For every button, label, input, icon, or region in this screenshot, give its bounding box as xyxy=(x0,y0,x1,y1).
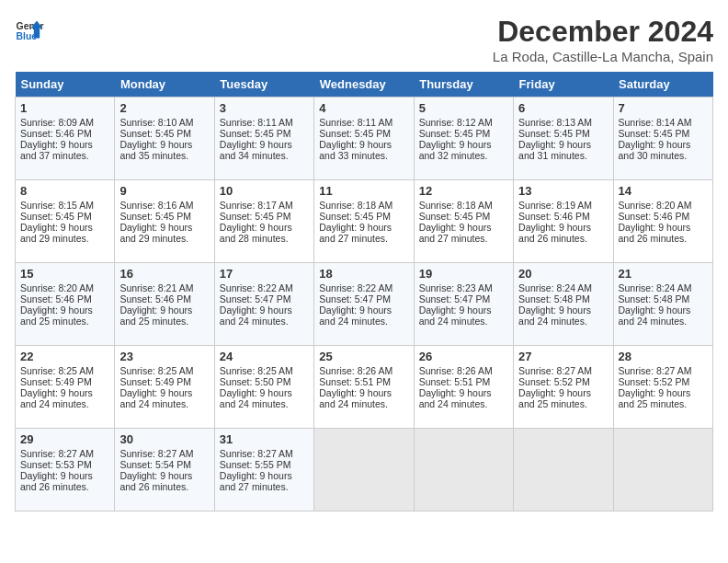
daylight-18: Daylight: 9 hours and 24 minutes. xyxy=(319,304,392,327)
day-cell-19: 19 Sunrise: 8:23 AM Sunset: 5:47 PM Dayl… xyxy=(414,263,513,346)
col-monday: Monday xyxy=(115,72,214,98)
day-number-18: 18 xyxy=(319,267,408,281)
sunrise-30: Sunrise: 8:27 AM xyxy=(119,448,193,459)
sunrise-25: Sunrise: 8:26 AM xyxy=(319,365,392,376)
day-cell-29: 29 Sunrise: 8:27 AM Sunset: 5:53 PM Dayl… xyxy=(16,429,115,511)
sunset-11: Sunset: 5:45 PM xyxy=(319,211,391,222)
sunset-19: Sunset: 5:47 PM xyxy=(419,293,491,304)
daylight-16: Daylight: 9 hours and 25 minutes. xyxy=(119,304,192,327)
daylight-5: Daylight: 9 hours and 32 minutes. xyxy=(419,139,492,161)
calendar-header-row: Sunday Monday Tuesday Wednesday Thursday… xyxy=(16,72,713,98)
sunrise-1: Sunrise: 8:09 AM xyxy=(20,117,94,128)
day-number-13: 13 xyxy=(518,184,608,198)
sunset-22: Sunset: 5:49 PM xyxy=(20,376,92,387)
day-cell-9: 9 Sunrise: 8:16 AM Sunset: 5:45 PM Dayli… xyxy=(115,180,214,263)
day-number-3: 3 xyxy=(220,101,309,115)
daylight-26: Daylight: 9 hours and 24 minutes. xyxy=(419,387,492,409)
col-wednesday: Wednesday xyxy=(314,72,414,98)
day-number-14: 14 xyxy=(619,184,708,198)
daylight-29: Daylight: 9 hours and 26 minutes. xyxy=(20,470,93,492)
logo-icon: General Blue xyxy=(15,15,44,44)
daylight-14: Daylight: 9 hours and 26 minutes. xyxy=(619,222,691,244)
sunset-14: Sunset: 5:46 PM xyxy=(619,211,690,222)
col-friday: Friday xyxy=(514,72,613,98)
day-cell-10: 10 Sunrise: 8:17 AM Sunset: 5:45 PM Dayl… xyxy=(214,180,313,263)
day-number-30: 30 xyxy=(119,432,209,446)
sunrise-15: Sunrise: 8:20 AM xyxy=(20,282,94,293)
daylight-21: Daylight: 9 hours and 24 minutes. xyxy=(619,304,691,327)
sunrise-3: Sunrise: 8:11 AM xyxy=(220,117,293,128)
day-number-1: 1 xyxy=(20,101,109,115)
daylight-6: Daylight: 9 hours and 31 minutes. xyxy=(518,139,591,161)
day-number-10: 10 xyxy=(220,184,309,198)
col-tuesday: Tuesday xyxy=(214,72,313,98)
sunrise-6: Sunrise: 8:13 AM xyxy=(518,117,592,128)
sunset-17: Sunset: 5:47 PM xyxy=(220,293,291,304)
day-cell-16: 16 Sunrise: 8:21 AM Sunset: 5:46 PM Dayl… xyxy=(115,263,214,346)
day-cell-6: 6 Sunrise: 8:13 AM Sunset: 5:45 PM Dayli… xyxy=(514,98,613,180)
sunrise-10: Sunrise: 8:17 AM xyxy=(220,200,293,211)
day-cell-2: 2 Sunrise: 8:10 AM Sunset: 5:45 PM Dayli… xyxy=(115,98,214,180)
day-cell-5: 5 Sunrise: 8:12 AM Sunset: 5:45 PM Dayli… xyxy=(414,98,513,180)
daylight-22: Daylight: 9 hours and 24 minutes. xyxy=(20,387,93,409)
sunset-24: Sunset: 5:50 PM xyxy=(220,376,291,387)
sunrise-20: Sunrise: 8:24 AM xyxy=(518,282,592,293)
day-cell-26: 26 Sunrise: 8:26 AM Sunset: 5:51 PM Dayl… xyxy=(414,346,513,429)
sunrise-17: Sunrise: 8:22 AM xyxy=(220,282,293,293)
day-cell-7: 7 Sunrise: 8:14 AM Sunset: 5:45 PM Dayli… xyxy=(613,98,712,180)
day-cell-13: 13 Sunrise: 8:19 AM Sunset: 5:46 PM Dayl… xyxy=(514,180,613,263)
logo: General Blue xyxy=(15,15,44,44)
sunset-9: Sunset: 5:45 PM xyxy=(119,211,191,222)
day-number-11: 11 xyxy=(319,184,408,198)
day-cell-23: 23 Sunrise: 8:25 AM Sunset: 5:49 PM Dayl… xyxy=(115,346,214,429)
sunset-10: Sunset: 5:45 PM xyxy=(220,211,291,222)
empty-cell xyxy=(414,429,513,511)
sunrise-27: Sunrise: 8:27 AM xyxy=(518,365,592,376)
sunrise-11: Sunrise: 8:18 AM xyxy=(319,200,392,211)
day-cell-14: 14 Sunrise: 8:20 AM Sunset: 5:46 PM Dayl… xyxy=(613,180,712,263)
daylight-12: Daylight: 9 hours and 27 minutes. xyxy=(419,222,492,244)
col-thursday: Thursday xyxy=(414,72,513,98)
day-cell-15: 15 Sunrise: 8:20 AM Sunset: 5:46 PM Dayl… xyxy=(16,263,115,346)
day-number-6: 6 xyxy=(518,101,608,115)
daylight-30: Daylight: 9 hours and 26 minutes. xyxy=(119,470,192,492)
day-number-16: 16 xyxy=(119,267,209,281)
sunset-8: Sunset: 5:45 PM xyxy=(20,211,92,222)
daylight-25: Daylight: 9 hours and 24 minutes. xyxy=(319,387,392,409)
day-number-25: 25 xyxy=(319,350,408,363)
sunset-27: Sunset: 5:52 PM xyxy=(518,376,590,387)
sunset-2: Sunset: 5:45 PM xyxy=(119,128,191,139)
sunset-7: Sunset: 5:45 PM xyxy=(619,128,690,139)
sunset-16: Sunset: 5:46 PM xyxy=(119,293,191,304)
day-number-21: 21 xyxy=(619,267,708,281)
sunset-13: Sunset: 5:46 PM xyxy=(518,211,590,222)
sunset-21: Sunset: 5:48 PM xyxy=(619,293,690,304)
sunset-31: Sunset: 5:55 PM xyxy=(220,459,291,470)
sunset-30: Sunset: 5:54 PM xyxy=(119,459,191,470)
daylight-3: Daylight: 9 hours and 34 minutes. xyxy=(220,139,292,161)
day-number-4: 4 xyxy=(319,101,408,115)
daylight-31: Daylight: 9 hours and 27 minutes. xyxy=(220,470,292,492)
sunset-25: Sunset: 5:51 PM xyxy=(319,376,391,387)
sunset-6: Sunset: 5:45 PM xyxy=(518,128,590,139)
col-sunday: Sunday xyxy=(16,72,115,98)
sunrise-14: Sunrise: 8:20 AM xyxy=(619,200,692,211)
daylight-23: Daylight: 9 hours and 24 minutes. xyxy=(119,387,192,409)
sunset-20: Sunset: 5:48 PM xyxy=(518,293,590,304)
day-cell-18: 18 Sunrise: 8:22 AM Sunset: 5:47 PM Dayl… xyxy=(314,263,414,346)
calendar-week-row: 29 Sunrise: 8:27 AM Sunset: 5:53 PM Dayl… xyxy=(16,429,713,511)
day-cell-31: 31 Sunrise: 8:27 AM Sunset: 5:55 PM Dayl… xyxy=(214,429,313,511)
day-number-28: 28 xyxy=(619,350,708,363)
sunrise-22: Sunrise: 8:25 AM xyxy=(20,365,94,376)
sunrise-19: Sunrise: 8:23 AM xyxy=(419,282,493,293)
sunrise-24: Sunrise: 8:25 AM xyxy=(220,365,293,376)
sunset-23: Sunset: 5:49 PM xyxy=(119,376,191,387)
daylight-24: Daylight: 9 hours and 24 minutes. xyxy=(220,387,292,409)
sunrise-9: Sunrise: 8:16 AM xyxy=(119,200,193,211)
day-cell-3: 3 Sunrise: 8:11 AM Sunset: 5:45 PM Dayli… xyxy=(214,98,313,180)
daylight-27: Daylight: 9 hours and 25 minutes. xyxy=(518,387,591,409)
daylight-28: Daylight: 9 hours and 25 minutes. xyxy=(619,387,691,409)
calendar-week-row: 8 Sunrise: 8:15 AM Sunset: 5:45 PM Dayli… xyxy=(16,180,713,263)
daylight-11: Daylight: 9 hours and 27 minutes. xyxy=(319,222,392,244)
empty-cell xyxy=(514,429,613,511)
